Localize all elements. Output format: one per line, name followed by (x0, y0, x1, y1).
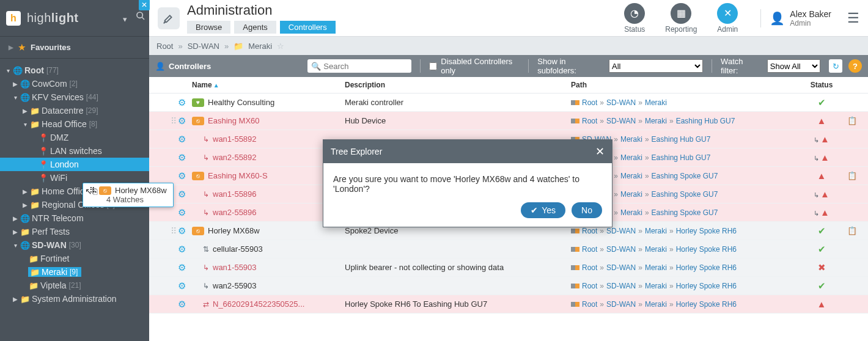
sidebar-header: h highlight ▾ ✕ (0, 0, 149, 37)
col-name[interactable]: Name▲ (192, 81, 345, 89)
row-path[interactable]: Root » SD-WAN » Meraki » Eashing Hub GU7 (571, 117, 803, 125)
crumb-meraki[interactable]: Meraki (248, 42, 272, 51)
tab-agents[interactable]: Agents (234, 21, 276, 34)
modal-header: Tree Explorer ✕ (323, 140, 612, 163)
row-path[interactable]: Root » SD-WAN » Meraki » Horley Spoke RH… (571, 245, 803, 254)
table-row[interactable]: ⚙⇄N_66202914522350525...Horley Spoke RH6… (149, 295, 868, 314)
device-icon: ⎋ (192, 172, 204, 180)
drag-handle-icon[interactable]: ⠿ (171, 116, 175, 126)
watch-label: Watch filter: (721, 57, 759, 75)
tab-controllers[interactable]: Controllers (280, 21, 336, 34)
tree-root[interactable]: ▾🌐Root[77] (0, 64, 149, 77)
col-desc[interactable]: Description (345, 81, 571, 89)
menu-icon[interactable]: ☰ (847, 10, 859, 26)
alert-icon: ▲ (820, 134, 829, 144)
gear-icon[interactable]: ⚙ (178, 152, 186, 163)
close-icon[interactable]: ✕ (139, 0, 150, 10)
col-status[interactable]: Status (803, 81, 840, 89)
modal-title: Tree Explorer (331, 147, 382, 156)
table-row[interactable]: ⚙↳wan1-55903Uplink bearer - not collecti… (149, 258, 868, 277)
clipboard-icon[interactable]: 📋 (840, 226, 864, 235)
nav-status[interactable]: ◔Status (615, 3, 654, 34)
tree-viptela[interactable]: 📁Viptela[21] (0, 279, 149, 292)
svg-line-1 (142, 17, 144, 20)
table-row[interactable]: ⚙↳wan2-55903 Root » SD-WAN » Meraki » Ho… (149, 277, 868, 295)
gear-icon[interactable]: ⚙ (178, 189, 186, 200)
gear-icon[interactable]: ⚙ (178, 207, 186, 218)
device-icon: ⎋ (99, 186, 111, 195)
row-path[interactable]: Root » SD-WAN » Meraki (571, 98, 803, 107)
favourites-row[interactable]: ▶ ★ Favourites (0, 37, 149, 59)
path-icon (571, 302, 579, 307)
user-block[interactable]: 👤 Alex BakerAdmin (760, 9, 831, 28)
modal-yes-button[interactable]: ✔Yes (521, 202, 565, 218)
tree-kfv[interactable]: ▾🌐KFV Services[44] (0, 90, 149, 104)
gear-icon[interactable]: ⚙ (178, 226, 186, 237)
tree-cowcom[interactable]: ▶🌐CowCom[2] (0, 77, 149, 90)
table-row[interactable]: ⚙♥Healthy ConsultingMeraki controller Ro… (149, 94, 868, 112)
crumb-sdwan[interactable]: SD-WAN (188, 42, 219, 51)
tree-london[interactable]: 📍London (0, 158, 149, 171)
gear-icon[interactable]: ⚙ (178, 280, 186, 292)
tree-perf[interactable]: ▶📁Perf Tests (0, 225, 149, 238)
row-name: wan1-55903 (213, 263, 257, 272)
search-input[interactable] (323, 62, 397, 71)
clipboard-icon[interactable]: 📋 (840, 116, 864, 125)
disabled-checkbox[interactable]: Disabled Controllers only (429, 57, 520, 75)
tree-sdwan[interactable]: ▾🌐SD-WAN[30] (0, 238, 149, 252)
gear-icon[interactable]: ⚙ (178, 116, 186, 127)
nav-admin[interactable]: ✕Admin (708, 3, 747, 34)
svg-point-0 (137, 12, 142, 18)
tab-browse[interactable]: Browse (187, 21, 230, 34)
watch-select[interactable]: Show All (767, 59, 820, 73)
x-icon: ✖ (818, 262, 826, 273)
path-icon (571, 229, 579, 233)
search-icon[interactable] (136, 11, 145, 21)
link-icon: ↳ (203, 282, 209, 290)
check-icon: ✔ (818, 97, 826, 108)
tree-sysadmin[interactable]: ▶📁System Administration (0, 292, 149, 306)
link-icon: ↳ (203, 153, 209, 162)
tree-meraki[interactable]: 📁Meraki[9] (0, 265, 149, 279)
tree-ntr[interactable]: ▶🌐NTR Telecom (0, 211, 149, 225)
col-path[interactable]: Path (571, 81, 803, 89)
row-path[interactable]: Root » SD-WAN » Meraki » Horley Spoke RH… (571, 282, 803, 290)
star-outline-icon[interactable]: ☆ (277, 42, 284, 51)
tree-lansw[interactable]: 📍LAN switches (0, 144, 149, 158)
collapse-icon[interactable]: ▾ (123, 15, 127, 24)
header-tabs: Browse Agents Controllers (187, 21, 336, 34)
row-path[interactable]: Root » SD-WAN » Meraki » Horley Spoke RH… (571, 227, 803, 235)
nav-reporting[interactable]: ▦Reporting (661, 3, 701, 34)
row-path[interactable]: Root » SD-WAN » Meraki » Horley Spoke RH… (571, 263, 803, 272)
gear-icon[interactable]: ⚙ (178, 97, 186, 108)
gear-icon[interactable]: ⚙ (178, 170, 186, 182)
gear-icon[interactable]: ⚙ (178, 134, 186, 145)
reload-icon[interactable]: ↻ (829, 59, 842, 73)
drag-handle-icon[interactable]: ⠿ (171, 226, 175, 236)
table-row[interactable]: ⠿⚙⎋Eashing MX60Hub Device Root » SD-WAN … (149, 112, 868, 130)
clipboard-icon[interactable]: 📋 (840, 171, 864, 180)
row-path[interactable]: Root » SD-WAN » Meraki » Horley Spoke RH… (571, 300, 803, 309)
row-status: ✔ (803, 226, 840, 237)
tree-datacentre[interactable]: ▶📁Datacentre[29] (0, 104, 149, 117)
row-desc: Meraki controller (345, 98, 571, 107)
row-status: ✔ (803, 97, 840, 108)
modal-no-button[interactable]: No (572, 202, 602, 218)
gear-icon[interactable]: ⚙ (178, 299, 186, 310)
modal-close-icon[interactable]: ✕ (595, 145, 605, 158)
drag-ghost: ⠿⎋Horley MX68w 4 Watches (83, 183, 174, 207)
row-desc: Uplink bearer - not collecting or showin… (345, 263, 571, 272)
tree-headoffice[interactable]: ▾📁Head Office[8] (0, 117, 149, 131)
gear-icon[interactable]: ⚙ (178, 262, 186, 273)
row-name: wan2-55903 (213, 281, 257, 290)
crumb-root[interactable]: Root (156, 42, 173, 51)
device-icon: ⎋ (192, 227, 204, 235)
subfolders-select[interactable]: All (609, 59, 703, 73)
search-box[interactable]: 🔍 (307, 59, 411, 73)
gear-icon[interactable]: ⚙ (178, 244, 186, 255)
help-icon[interactable]: ? (848, 59, 862, 73)
tree-dmz[interactable]: 📍DMZ (0, 131, 149, 144)
row-status: ↳▲ (803, 207, 840, 218)
tree-fortinet[interactable]: 📁Fortinet (0, 252, 149, 265)
table-row[interactable]: ⚙⇅cellular-55903 Root » SD-WAN » Meraki … (149, 240, 868, 258)
